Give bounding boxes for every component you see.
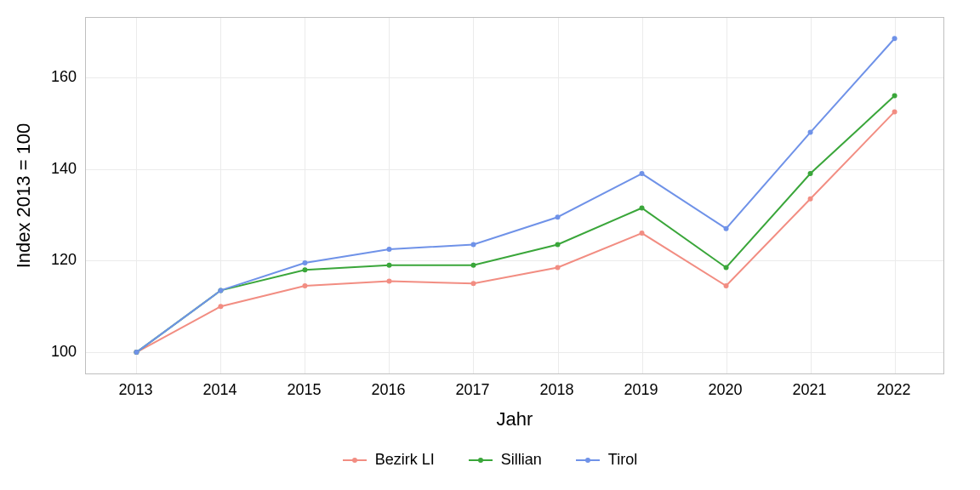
y-tick-label: 140 xyxy=(26,159,77,177)
series-point xyxy=(640,171,645,176)
series-point xyxy=(218,288,223,293)
legend-item: Tirol xyxy=(576,451,637,469)
series-point xyxy=(386,247,391,252)
x-tick-label: 2016 xyxy=(371,381,405,399)
series-point xyxy=(808,197,813,202)
plot-area xyxy=(85,17,944,374)
series-point xyxy=(470,263,476,268)
series-point xyxy=(724,265,729,270)
series-point xyxy=(218,304,223,309)
series-point xyxy=(724,226,729,231)
x-tick-label: 2022 xyxy=(877,381,911,399)
series-point xyxy=(134,350,139,355)
legend-label: Tirol xyxy=(608,451,637,469)
series-point xyxy=(302,267,307,272)
x-tick-label: 2013 xyxy=(118,381,152,399)
y-axis-title: Index 2013 = 100 xyxy=(13,123,35,269)
legend-swatch xyxy=(469,454,493,466)
series-point xyxy=(470,281,476,286)
chart-lines xyxy=(86,18,943,373)
y-tick-label: 120 xyxy=(26,251,77,269)
series-point xyxy=(386,263,391,268)
series-point xyxy=(470,242,476,248)
y-tick-label: 160 xyxy=(26,68,77,86)
legend-label: Bezirk LI xyxy=(375,451,435,469)
x-axis-title: Jahr xyxy=(497,408,533,430)
legend: Bezirk LISillianTirol xyxy=(0,451,980,469)
series-point xyxy=(556,214,561,219)
x-tick-label: 2020 xyxy=(709,381,743,399)
legend-item: Bezirk LI xyxy=(343,451,435,469)
series-line xyxy=(136,111,894,352)
series-point xyxy=(556,265,561,270)
x-tick-label: 2017 xyxy=(455,381,489,399)
series-line xyxy=(136,96,894,353)
line-chart: Index 2013 = 100 100120140160 2013201420… xyxy=(0,0,980,490)
series-point xyxy=(892,36,897,41)
legend-swatch xyxy=(576,454,600,466)
series-point xyxy=(556,242,561,248)
series-point xyxy=(640,231,645,236)
x-tick-label: 2018 xyxy=(539,381,573,399)
series-point xyxy=(808,171,813,176)
legend-label: Sillian xyxy=(501,451,542,469)
x-tick-label: 2014 xyxy=(202,381,236,399)
series-point xyxy=(302,283,307,288)
series-point xyxy=(640,205,645,210)
series-point xyxy=(386,279,391,284)
series-point xyxy=(892,109,897,114)
y-tick-label: 100 xyxy=(26,343,77,361)
series-point xyxy=(808,130,813,135)
x-tick-label: 2019 xyxy=(624,381,658,399)
x-tick-label: 2015 xyxy=(287,381,321,399)
series-line xyxy=(136,38,894,352)
series-point xyxy=(302,260,307,265)
series-point xyxy=(724,283,729,288)
legend-item: Sillian xyxy=(469,451,542,469)
series-point xyxy=(892,94,897,99)
legend-swatch xyxy=(343,454,367,466)
x-tick-label: 2021 xyxy=(793,381,827,399)
